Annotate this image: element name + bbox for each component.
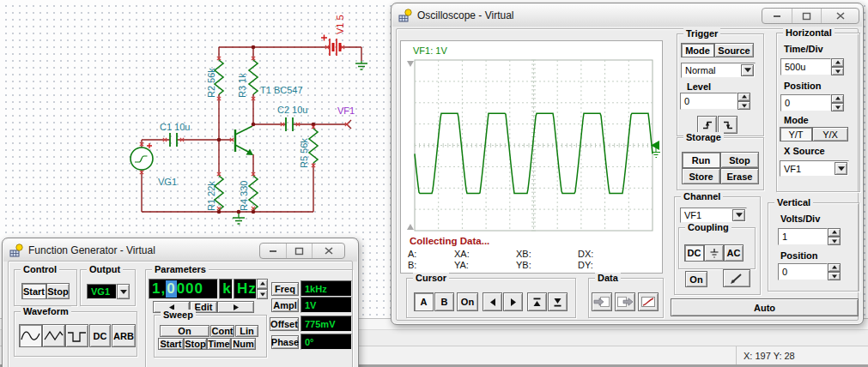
output-dropdown-value[interactable]: VG1 xyxy=(87,284,117,299)
sweep-on-button[interactable]: On xyxy=(160,325,209,337)
mode-yx-button[interactable]: Y/X xyxy=(812,127,848,141)
v-position-field[interactable]: 0 xyxy=(778,263,828,280)
spin-up-icon[interactable] xyxy=(737,93,750,101)
sweep-time-button[interactable]: Time xyxy=(207,338,231,350)
ampl-button[interactable]: Ampl xyxy=(271,298,299,312)
xsource-dropdown[interactable]: VF1 xyxy=(780,160,849,177)
spin-up-icon[interactable] xyxy=(828,263,841,272)
spin-up-icon[interactable] xyxy=(828,228,841,237)
trigger-mode-button[interactable]: Mode xyxy=(681,43,714,57)
display-spinner[interactable] xyxy=(257,279,268,299)
output-value: VG1 xyxy=(91,286,110,297)
resistor-r4 xyxy=(249,176,258,210)
spin-down-icon[interactable] xyxy=(828,272,841,280)
sweep-cont-button[interactable]: Cont xyxy=(210,325,234,337)
close-button[interactable] xyxy=(312,244,344,258)
v-position-spinner[interactable] xyxy=(828,263,841,280)
timediv-field[interactable]: 500u xyxy=(780,58,831,75)
sweep-lin-button[interactable]: Lin xyxy=(235,325,258,337)
sweep-stop-button[interactable]: Stop xyxy=(184,338,207,350)
freq-button[interactable]: Freq xyxy=(271,282,299,296)
funcgen-titlebar[interactable]: Function Generator - Virtual xyxy=(3,239,357,262)
ampl-value: 1V xyxy=(305,300,316,310)
trigger-source-button[interactable]: Source xyxy=(714,43,754,57)
coupling-ground-button[interactable] xyxy=(704,244,724,262)
storage-store-button[interactable]: Store xyxy=(682,168,720,184)
control-stop-button[interactable]: Stop xyxy=(46,283,70,299)
mode-yt-button[interactable]: Y/T xyxy=(780,127,812,141)
minimize-button[interactable] xyxy=(260,244,286,258)
dropdown-arrow-icon[interactable] xyxy=(732,209,745,221)
cursor-b-button[interactable]: B xyxy=(434,292,454,311)
coupling-ac-button[interactable]: AC xyxy=(724,244,744,262)
auto-button[interactable]: Auto xyxy=(671,298,859,316)
waveform-square-button[interactable] xyxy=(65,324,88,347)
data-curve-button[interactable] xyxy=(638,292,659,311)
spin-down-icon[interactable] xyxy=(737,101,750,110)
coupling-dc-button[interactable]: DC xyxy=(684,244,704,262)
oscilloscope-titlebar[interactable]: Oscilloscope - Virtual xyxy=(392,4,862,27)
channel-on-button[interactable]: On xyxy=(685,271,707,287)
sine-wave-icon xyxy=(21,328,40,343)
storage-erase-button[interactable]: Erase xyxy=(720,168,759,184)
timediv-spinner[interactable] xyxy=(831,58,844,75)
spin-up-icon[interactable] xyxy=(831,94,844,103)
channel-probe-button[interactable] xyxy=(723,269,750,287)
phase-value: 0° xyxy=(305,337,314,347)
waveform-triangle-button[interactable] xyxy=(42,324,65,347)
data-import-button[interactable] xyxy=(592,292,612,311)
waveform-sine-button[interactable] xyxy=(19,324,42,347)
dropdown-arrow-icon[interactable] xyxy=(835,162,847,175)
maximize-button[interactable] xyxy=(286,244,312,258)
offset-button[interactable]: Offset xyxy=(270,317,299,331)
probe-pen-icon xyxy=(729,272,744,285)
cursor-a-button[interactable]: A xyxy=(414,292,434,311)
trigger-level-spinner[interactable] xyxy=(737,93,750,110)
cursor-right-button[interactable] xyxy=(503,292,523,311)
frequency-display[interactable]: 1,0000 xyxy=(149,279,218,299)
v-position-value: 0 xyxy=(782,267,787,277)
trigger-level-field[interactable]: 0 xyxy=(680,93,737,110)
spin-down-icon[interactable] xyxy=(831,103,844,111)
digit-right-button[interactable] xyxy=(217,301,254,313)
readout-dx: DX: xyxy=(578,249,593,259)
waveform-dc-button[interactable]: DC xyxy=(89,324,111,347)
spin-up-icon[interactable] xyxy=(831,58,844,67)
output-dropdown-button[interactable] xyxy=(117,284,130,299)
h-position-field[interactable]: 0 xyxy=(780,94,831,111)
spin-down-icon[interactable] xyxy=(828,237,841,245)
sweep-start-button[interactable]: Start xyxy=(158,338,184,350)
dropdown-arrow-icon[interactable] xyxy=(741,64,754,76)
output-group-label: Output xyxy=(87,264,123,275)
sweep-num-button[interactable]: Num xyxy=(231,338,256,350)
scope-screen: VF1: 1V Collecting Data... A: XA: XB: DX… xyxy=(400,40,663,274)
label-v1: V1 5 xyxy=(335,15,345,34)
spin-down-icon[interactable] xyxy=(257,289,268,299)
h-position-spinner[interactable] xyxy=(831,94,844,111)
spin-up-icon[interactable] xyxy=(257,279,268,289)
horizontal-group-label: Horizontal xyxy=(783,27,835,39)
trigger-falling-edge-button[interactable] xyxy=(718,116,737,134)
data-export-button[interactable] xyxy=(615,292,635,311)
maximize-button[interactable] xyxy=(792,9,821,23)
cursor-top-button[interactable] xyxy=(527,292,547,311)
minimize-button[interactable] xyxy=(762,9,792,23)
label-c1: C1 10u xyxy=(160,122,190,132)
cursor-left-button[interactable] xyxy=(483,292,502,311)
prefix-text: k xyxy=(222,280,231,298)
cursor-bottom-button[interactable] xyxy=(548,292,568,311)
trigger-mode-dropdown[interactable]: Normal xyxy=(681,63,756,78)
close-button[interactable] xyxy=(821,9,859,23)
trigger-rising-edge-button[interactable] xyxy=(697,116,717,134)
cursor-on-button[interactable]: On xyxy=(457,292,478,311)
control-start-button[interactable]: Start xyxy=(21,283,46,299)
spin-down-icon[interactable] xyxy=(831,67,844,75)
phase-button[interactable]: Phase xyxy=(271,335,299,349)
storage-run-button[interactable]: Run xyxy=(682,152,720,168)
channel-dropdown[interactable]: VF1 xyxy=(680,208,747,223)
voltsdiv-field[interactable]: 1 xyxy=(778,228,828,245)
waveform-arb-button[interactable]: ARB xyxy=(112,324,136,347)
vg1-plus xyxy=(147,143,152,148)
storage-stop-button[interactable]: Stop xyxy=(720,152,759,168)
voltsdiv-spinner[interactable] xyxy=(828,228,841,245)
